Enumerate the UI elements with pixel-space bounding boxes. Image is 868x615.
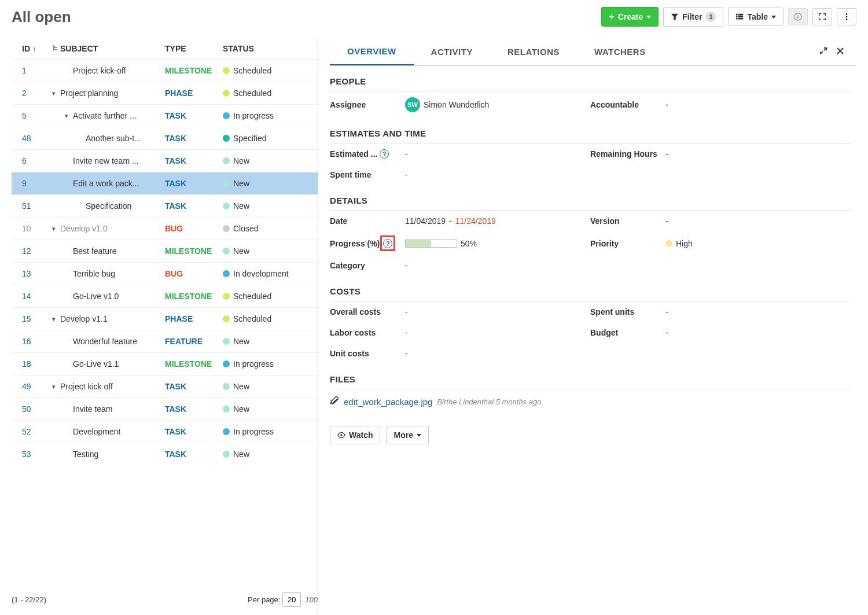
work-package-id[interactable]: 50 [22,404,31,414]
table-row[interactable]: 2▾Project planningPHASEScheduled [12,82,318,104]
table-row[interactable]: 5▾Activate further ...TASKIn progress [12,104,318,127]
more-actions-button[interactable]: More [386,426,428,444]
work-package-id[interactable]: 53 [22,450,31,459]
tab-activity[interactable]: ACTIVITY [414,39,490,65]
work-package-id[interactable]: 49 [22,382,31,391]
table-row[interactable]: 6Invite new team ...TASKNew [12,149,318,172]
chevron-down-icon[interactable]: ▾ [65,112,73,120]
unit-costs-value[interactable]: - [405,349,851,358]
tab-watchers[interactable]: WATCHERS [577,39,663,65]
expand-panel-icon[interactable] [819,47,827,57]
progress-bar[interactable] [405,240,457,248]
table-row[interactable]: 13Terrible bugBUGIn development [12,262,318,285]
spent-time-value[interactable]: - [405,170,851,179]
work-package-subject[interactable]: Testing [73,450,98,459]
help-icon[interactable]: ? [380,149,389,159]
fullscreen-button[interactable] [812,8,832,25]
work-package-subject[interactable]: Wonderful feature [73,337,137,346]
budget-value[interactable]: - [665,328,851,337]
work-package-id[interactable]: 18 [22,359,31,369]
work-package-subject[interactable]: Invite new team ... [73,156,139,165]
overall-costs-value[interactable]: - [405,307,590,316]
spent-units-value[interactable]: - [665,307,851,316]
column-id[interactable]: ID [22,44,30,53]
work-package-subject[interactable]: Project planning [60,89,118,98]
work-package-id[interactable]: 5 [22,111,27,120]
work-package-id[interactable]: 10 [22,224,31,233]
table-row[interactable]: 18Go-Live v1.1MILESTONEIn progress [12,352,318,375]
watch-button[interactable]: Watch [330,426,380,444]
work-package-subject[interactable]: Edit a work pack... [73,179,139,188]
help-icon[interactable]: ? [383,239,392,248]
accountable-value[interactable]: - [665,97,851,112]
work-package-subject[interactable]: Activate further ... [73,111,137,120]
work-package-id[interactable]: 13 [22,269,31,278]
version-value[interactable]: - [665,216,851,226]
labor-costs-value[interactable]: - [405,328,590,337]
work-package-subject[interactable]: Development [73,427,121,436]
assignee-value[interactable]: Simon Wunderlich [424,100,489,109]
per-page-input[interactable] [282,592,301,607]
estimated-value[interactable]: - [405,149,590,159]
remaining-value[interactable]: - [665,149,851,159]
work-package-subject[interactable]: Develop v1.1 [60,314,108,323]
work-package-id[interactable]: 52 [22,427,31,436]
table-row[interactable]: 49▾Project kick offTASKNew [12,375,318,397]
work-package-id[interactable]: 48 [22,134,31,143]
table-row[interactable]: 16Wonderful featureFEATURENew [12,330,318,352]
chevron-down-icon[interactable]: ▾ [52,383,60,391]
table-row[interactable]: 14Go-Live v1.0MILESTONEScheduled [12,285,318,307]
table-row[interactable]: 53TestingTASKNew [12,443,318,465]
category-value[interactable]: - [405,261,851,270]
date-start[interactable]: 11/04/2019 [405,216,446,226]
work-package-subject[interactable]: Develop v1.0 [60,224,108,233]
work-package-id[interactable]: 14 [22,292,31,301]
work-package-id[interactable]: 12 [22,246,31,256]
work-package-id[interactable]: 1 [22,66,27,75]
table-row[interactable]: 12Best featureMILESTONENew [12,240,318,262]
work-package-id[interactable]: 15 [22,314,31,323]
more-button[interactable] [837,8,856,25]
priority-value[interactable]: High [676,239,693,248]
table-row[interactable]: 15▾Develop v1.1PHASEScheduled [12,307,318,330]
chevron-down-icon[interactable]: ▾ [52,90,60,97]
create-button[interactable]: + Create [601,7,659,27]
work-package-subject[interactable]: Project kick-off [73,66,126,75]
file-link[interactable]: edit_work_package.jpg [344,397,432,407]
work-package-subject[interactable]: Invite team [73,404,112,414]
work-package-id[interactable]: 2 [22,89,27,98]
per-page-alt[interactable]: 100 [305,595,318,604]
close-icon[interactable] [836,46,845,57]
table-row[interactable]: 48Another sub-t...TASKSpecified [12,127,318,149]
work-package-subject[interactable]: Best feature [73,246,117,256]
table-row[interactable]: 52DevelopmentTASKIn progress [12,420,318,443]
tab-relations[interactable]: RELATIONS [490,39,577,65]
work-package-subject[interactable]: Project kick off [60,382,113,391]
chevron-down-icon[interactable]: ▾ [52,315,60,323]
hierarchy-icon[interactable] [52,44,60,53]
tab-overview[interactable]: OVERVIEW [330,38,414,65]
work-package-id[interactable]: 16 [22,337,31,346]
work-package-id[interactable]: 51 [22,201,31,211]
work-package-subject[interactable]: Go-Live v1.0 [73,292,119,301]
work-package-id[interactable]: 6 [22,156,27,165]
table-row[interactable]: 50Invite teamTASKNew [12,397,318,420]
column-status[interactable]: STATUS [223,44,318,53]
work-package-subject[interactable]: Another sub-t... [86,134,141,143]
table-row[interactable]: 1Project kick-offMILESTONEScheduled [12,59,318,82]
work-package-subject[interactable]: Terrible bug [73,269,115,278]
column-subject[interactable]: SUBJECT [60,44,98,53]
chevron-down-icon[interactable]: ▾ [52,225,60,233]
work-package-subject[interactable]: Go-Live v1.1 [73,359,119,369]
filter-button[interactable]: Filter 1 [663,7,723,27]
table-row[interactable]: 9Edit a work pack...TASKNew [12,172,318,194]
sort-asc-icon[interactable]: ↑ [32,45,36,53]
column-type[interactable]: TYPE [165,44,223,53]
work-package-subject[interactable]: Specification [86,201,131,211]
work-package-id[interactable]: 9 [22,179,27,188]
table-row[interactable]: 10▾Develop v1.0BUGClosed [12,217,318,240]
date-end[interactable]: 11/24/2019 [455,216,496,226]
table-row[interactable]: 51SpecificationTASKNew [12,194,318,217]
view-table-button[interactable]: Table [728,8,784,26]
info-button[interactable]: i [788,8,808,25]
